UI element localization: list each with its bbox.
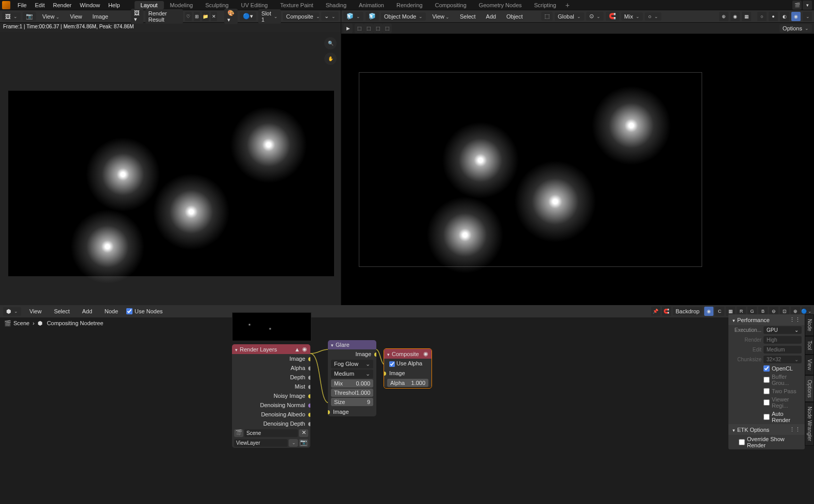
object-mode-dropdown[interactable]: Object Mode xyxy=(381,12,426,21)
socket-noisy[interactable]: Noisy Image xyxy=(232,391,310,400)
channel-combined-button[interactable]: ◉ xyxy=(704,307,713,316)
image-browse-button[interactable]: 🖼▾ xyxy=(131,9,143,24)
composite-alpha-field[interactable]: Alpha1.000 xyxy=(387,379,428,387)
use-alpha-checkbox[interactable]: Use Alpha xyxy=(384,359,431,368)
socket-mist[interactable]: Mist xyxy=(232,382,310,391)
menu-edit[interactable]: Edit xyxy=(31,1,49,9)
zoom-icon[interactable]: 🔍 xyxy=(324,37,337,49)
tab-layout[interactable]: Layout xyxy=(135,1,164,9)
render-slot-icon[interactable]: 🔵▾ xyxy=(240,12,256,21)
tab-scripting[interactable]: Scripting xyxy=(528,1,562,9)
menu-window[interactable]: Window xyxy=(76,1,104,9)
unlink-image-button[interactable]: ✕ xyxy=(211,12,218,21)
proportional-edit-dropdown[interactable]: ○ xyxy=(645,12,661,21)
display-channels-icon[interactable]: 🎨▾ xyxy=(224,9,238,24)
sidebar-tab-tool[interactable]: Tool xyxy=(805,336,814,355)
buffer-groups-checkbox[interactable]: Buffer Grou... xyxy=(728,373,805,387)
glare-threshold-field[interactable]: Threshol1.000 xyxy=(331,389,373,397)
preview-icon[interactable]: ◉ xyxy=(302,346,307,352)
panel-performance-header[interactable]: Performance⋮⋮ xyxy=(728,314,805,325)
viewport-add-menu[interactable]: Add xyxy=(482,12,501,21)
glare-mix-field[interactable]: Mix0.000 xyxy=(331,379,373,388)
sidebar-tab-node[interactable]: Node xyxy=(805,314,814,336)
gizmo-toggle-icon[interactable]: ⊕ xyxy=(719,12,728,21)
panel-menu-icon[interactable]: ⋮⋮ xyxy=(789,426,801,433)
panel-menu-icon[interactable]: ⋮⋮ xyxy=(789,316,801,323)
slot-dropdown[interactable]: Slot 1 xyxy=(258,9,281,24)
node-glare[interactable]: Glare Image Fog Glow Medium Mix0.000 Thr… xyxy=(328,340,376,416)
image-view-menu-2[interactable]: View xyxy=(66,12,87,21)
execution-mode-dropdown[interactable]: GPU xyxy=(763,326,802,334)
shading-matpreview-icon[interactable]: ◐ xyxy=(780,12,789,21)
collapse-icon[interactable] xyxy=(331,342,334,348)
glare-size-field[interactable]: Size9 xyxy=(331,398,373,406)
scene-unlink-button[interactable]: ✕ xyxy=(299,429,308,437)
shading-options-dropdown[interactable] xyxy=(803,12,812,21)
scene-browse-icon[interactable]: 🎬 xyxy=(234,429,243,437)
tab-animation[interactable]: Animation xyxy=(353,1,390,9)
compositor-editor-type-dropdown[interactable]: ⬢ xyxy=(3,307,21,316)
backdrop-toggle[interactable]: Backdrop xyxy=(673,307,703,315)
channel-color-button[interactable]: C xyxy=(715,307,724,316)
pin-toggle-icon[interactable]: 📌 xyxy=(651,307,660,316)
sidebar-tab-wrangler[interactable]: Node Wrangler xyxy=(805,402,814,446)
tool-options-dropdown[interactable]: Options xyxy=(779,24,812,32)
viewer-region-checkbox[interactable]: Viewer Regi... xyxy=(728,395,805,410)
overlay-toggle-icon[interactable]: ◉ xyxy=(730,12,740,21)
socket-dn-depth[interactable]: Denoising Depth xyxy=(232,419,310,428)
new-image-button[interactable]: ⊞ xyxy=(194,12,201,21)
select-tool-icon[interactable]: ▶ xyxy=(343,24,353,33)
snap-toggle-compositor-icon[interactable]: 🧲 xyxy=(662,307,671,316)
sidebar-tab-view[interactable]: View xyxy=(805,355,814,375)
select-mode-1-icon[interactable]: ⬚ xyxy=(355,24,364,33)
snap-toggle[interactable]: 🧲 xyxy=(606,12,619,21)
compositor-node-menu[interactable]: Node xyxy=(101,307,122,315)
node-render-layers[interactable]: Render Layers▲◉ Image Alpha Depth Mist N… xyxy=(232,344,310,448)
pivot-dropdown[interactable]: ⊙ xyxy=(586,12,604,21)
compositor-add-menu[interactable]: Add xyxy=(78,307,96,315)
transform-orient-icon[interactable]: ⬚ xyxy=(541,12,553,21)
glare-quality-dropdown[interactable]: Medium xyxy=(331,369,373,378)
snap-mode-dropdown[interactable]: Mix xyxy=(621,12,643,21)
tab-compositing[interactable]: Compositing xyxy=(429,1,473,9)
collapse-icon[interactable] xyxy=(235,346,238,352)
shading-solid-icon[interactable]: ● xyxy=(769,12,778,21)
socket-image[interactable]: Image xyxy=(232,354,310,363)
select-mode-4-icon[interactable]: ⬚ xyxy=(383,24,392,33)
socket-dn-albedo[interactable]: Denoising Albedo xyxy=(232,410,310,419)
auto-render-checkbox[interactable]: Auto Render xyxy=(728,410,805,424)
glare-out-image[interactable]: Image xyxy=(328,349,376,359)
socket-alpha[interactable]: Alpha xyxy=(232,363,310,373)
viewport-editor-type-dropdown[interactable]: 🧊 xyxy=(343,12,363,21)
glare-in-image[interactable]: Image xyxy=(328,407,376,416)
sidebar-tab-options[interactable]: Options xyxy=(805,375,814,402)
viewport-view-menu[interactable]: View xyxy=(428,12,454,21)
compositor-view-menu[interactable]: View xyxy=(25,307,46,315)
tab-modeling[interactable]: Modeling xyxy=(164,1,200,9)
tab-geonodes[interactable]: Geometry Nodes xyxy=(473,1,528,9)
interaction-mode-icon[interactable]: 🧊 xyxy=(366,12,379,21)
viewlayer-select-field[interactable]: ViewLayer xyxy=(234,439,288,447)
image-image-menu[interactable]: Image xyxy=(88,12,112,21)
breadcrumb-scene[interactable]: Scene xyxy=(13,320,29,326)
socket-depth[interactable]: Depth xyxy=(232,373,310,382)
image-editor-mode-button[interactable]: 📷 xyxy=(23,12,36,21)
viewport-select-menu[interactable]: Select xyxy=(456,12,480,21)
add-workspace-button[interactable]: + xyxy=(566,1,570,9)
two-pass-checkbox[interactable]: Two Pass xyxy=(728,387,805,395)
tab-sculpting[interactable]: Sculpting xyxy=(199,1,235,9)
transform-orient-dropdown[interactable]: Global xyxy=(555,12,584,21)
override-show-render-checkbox[interactable]: Override Show Render xyxy=(728,435,805,449)
xray-toggle-icon[interactable]: ▦ xyxy=(742,12,751,21)
panel-etk-header[interactable]: ETK Options⋮⋮ xyxy=(728,424,805,435)
fake-user-toggle[interactable]: ♡ xyxy=(185,12,192,21)
pass-dropdown[interactable]: ⌄ xyxy=(321,12,339,21)
node-composite[interactable]: Composite◉ Use Alpha Image Alpha1.000 xyxy=(384,348,432,389)
menu-render[interactable]: Render xyxy=(49,1,76,9)
open-image-button[interactable]: 📁 xyxy=(202,12,209,21)
image-datablock-field[interactable]: Render Result xyxy=(145,9,183,24)
image-view-menu[interactable]: View xyxy=(38,12,64,21)
shading-rendered-icon[interactable]: ◉ xyxy=(791,12,801,21)
select-mode-3-icon[interactable]: ⬚ xyxy=(373,24,383,33)
glare-type-dropdown[interactable]: Fog Glow xyxy=(331,360,373,368)
